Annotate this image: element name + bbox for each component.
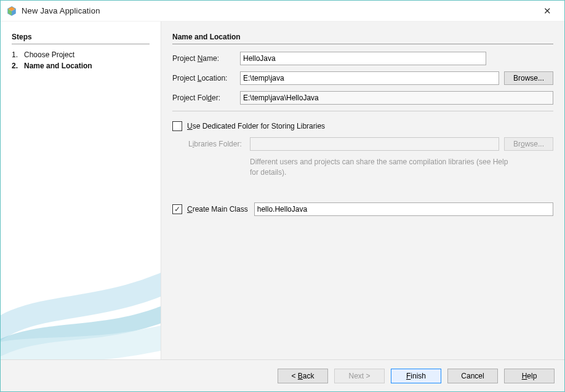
- project-location-row: Project Location: Browse...: [172, 71, 553, 85]
- step-label: Name and Location: [24, 62, 92, 70]
- steps-header: Steps: [12, 33, 150, 41]
- step-item-current: 2. Name and Location: [12, 60, 150, 71]
- cancel-button[interactable]: Cancel: [447, 369, 498, 383]
- libraries-folder-row: Libraries Folder: Browse...: [188, 137, 553, 151]
- back-button[interactable]: < Back: [278, 369, 328, 383]
- create-main-class-row: Create Main Class: [172, 202, 553, 216]
- main-panel: Name and Location Project Name: Project …: [161, 22, 564, 359]
- divider: [172, 44, 553, 44]
- steps-panel: Steps 1. Choose Project 2. Name and Loca…: [1, 22, 161, 359]
- project-name-label: Project Name:: [172, 54, 240, 63]
- dedicated-folder-block: Use Dedicated Folder for Storing Librari…: [172, 121, 553, 178]
- use-dedicated-checkbox[interactable]: [172, 121, 182, 131]
- libraries-folder-input: [250, 137, 499, 151]
- decorative-swoosh: [1, 261, 161, 359]
- finish-button[interactable]: Finish: [391, 369, 441, 383]
- help-button[interactable]: Help: [504, 369, 555, 383]
- app-icon: [7, 6, 17, 16]
- libraries-hint: Different users and projects can share t…: [250, 157, 508, 178]
- main-class-input[interactable]: [254, 202, 553, 216]
- dialog-body: Steps 1. Choose Project 2. Name and Loca…: [1, 22, 564, 359]
- create-main-class-label: Create Main Class: [187, 205, 248, 214]
- window-title: New Java Application: [22, 6, 536, 15]
- divider: [12, 44, 150, 44]
- use-dedicated-label: Use Dedicated Folder for Storing Librari…: [187, 122, 325, 130]
- project-location-label: Project Location:: [172, 74, 240, 82]
- step-number: 1.: [12, 50, 24, 59]
- project-name-input[interactable]: [240, 52, 486, 65]
- close-icon: ✕: [543, 6, 551, 16]
- step-number: 2.: [12, 62, 24, 70]
- next-button: Next >: [334, 369, 385, 383]
- step-item: 1. Choose Project: [12, 49, 150, 60]
- project-folder-input: [240, 91, 553, 105]
- create-main-class-checkbox[interactable]: [172, 204, 182, 214]
- project-folder-label: Project Folder:: [172, 94, 240, 102]
- new-java-application-dialog: New Java Application ✕ Steps 1. Choose P…: [0, 0, 565, 392]
- steps-list: 1. Choose Project 2. Name and Location: [12, 49, 150, 71]
- button-bar: < Back Next > Finish Cancel Help: [1, 359, 564, 391]
- step-label: Choose Project: [24, 50, 74, 59]
- titlebar: New Java Application ✕: [1, 1, 564, 22]
- project-folder-row: Project Folder:: [172, 91, 553, 105]
- section-title: Name and Location: [172, 33, 553, 41]
- browse-location-button[interactable]: Browse...: [504, 71, 553, 85]
- use-dedicated-row: Use Dedicated Folder for Storing Librari…: [172, 121, 553, 131]
- close-button[interactable]: ✕: [536, 6, 558, 17]
- project-name-row: Project Name:: [172, 52, 553, 65]
- project-location-input[interactable]: [240, 71, 499, 85]
- divider: [172, 111, 553, 111]
- libraries-folder-label: Libraries Folder:: [188, 140, 250, 148]
- browse-libraries-button: Browse...: [504, 137, 553, 151]
